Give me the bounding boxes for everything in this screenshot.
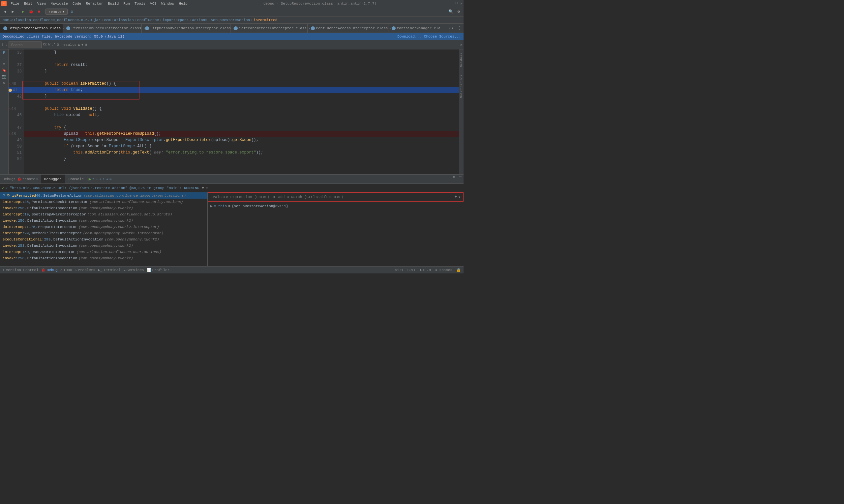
tab-console[interactable]: Console <box>65 175 87 183</box>
run-btn[interactable]: ▶ <box>19 8 27 16</box>
frame-8[interactable]: invoke:253, DefaultActionInvocation (com… <box>0 242 207 249</box>
debug-btn[interactable]: 🐞 <box>28 8 35 16</box>
maximize-btn[interactable]: □ <box>455 1 458 5</box>
bc-class[interactable]: SetupRestoreAction <box>211 18 250 22</box>
tab-permission[interactable]: PermissionCheckInterceptor.class ✕ <box>63 24 142 33</box>
resume-btn[interactable]: ▶ <box>89 176 91 182</box>
tab-http[interactable]: HttpMethodValidationInterceptor.class ✕ <box>142 24 230 33</box>
expand-icon[interactable]: ▶ <box>210 204 213 208</box>
bc-actions[interactable]: actions <box>192 18 207 22</box>
search-case-btn[interactable]: Cc <box>43 43 47 47</box>
structure-icon[interactable]: ≡ <box>3 62 5 66</box>
menu-refactor[interactable]: Refactor <box>84 1 105 6</box>
indent-indicator[interactable]: 4 spaces <box>435 268 452 272</box>
menu-window[interactable]: Window <box>159 1 176 6</box>
download-link[interactable]: Download... <box>397 35 421 38</box>
tab-setup-restore[interactable]: SetupRestoreAction.class ✕ <box>0 24 63 33</box>
bc-method[interactable]: isPermitted <box>254 18 278 22</box>
frame-6[interactable]: intercept:99, MethodFilterInterceptor (c… <box>0 230 207 236</box>
search-everywhere-btn[interactable]: 🔍 <box>447 8 454 16</box>
encoding-indicator[interactable]: UTF-8 <box>420 268 431 272</box>
terminal-btn[interactable]: ▶_ Terminal <box>98 268 121 272</box>
menu-code[interactable]: Code <box>71 1 83 6</box>
search-close-btn[interactable]: ✕ <box>460 42 462 47</box>
search-prev-icon[interactable]: ↑ <box>1 42 4 47</box>
search-regex-btn[interactable]: .* <box>51 43 55 47</box>
edit-configs-btn[interactable]: ⚙ <box>68 8 75 16</box>
step-out-btn[interactable]: ↑ <box>103 177 105 181</box>
project-icon[interactable]: P <box>3 51 5 55</box>
menu-navigate[interactable]: Navigate <box>49 1 70 6</box>
close-btn[interactable]: ✕ <box>460 1 462 5</box>
bc-atlassian[interactable]: atlassian <box>114 18 134 22</box>
search-next-icon[interactable]: ↓ <box>5 42 7 47</box>
menu-help[interactable]: Help <box>177 1 190 6</box>
position-indicator[interactable]: 41:1 <box>395 268 403 272</box>
frame-4[interactable]: invoke:256, DefaultActionInvocation (com… <box>0 217 207 224</box>
todo-btn[interactable]: ✓ TODO <box>60 268 72 272</box>
menu-view[interactable]: View <box>35 1 48 6</box>
bc-jar[interactable]: com.atlassian.confluence_confluence-8.6.… <box>3 18 101 22</box>
tab-safe[interactable]: SafeParametersInterceptor.class ✕ <box>230 24 307 33</box>
profiler-btn[interactable]: 📊 Profiler <box>147 268 170 272</box>
frame-0[interactable]: ⟳ ⟳ isPermitted 40, SetupRestoreAction (… <box>0 192 207 199</box>
frame-2[interactable]: invoke:256, DefaultActionInvocation (com… <box>0 205 207 211</box>
notifications-label[interactable]: Notifications <box>459 74 464 98</box>
camera-icon[interactable]: 📷 <box>2 74 6 79</box>
services-btn[interactable]: ☁ Services <box>123 268 144 272</box>
menu-file[interactable]: File <box>8 1 21 6</box>
remote-dropdown[interactable]: ▾ <box>63 10 65 14</box>
menu-build[interactable]: Build <box>106 1 121 6</box>
bookmarks-icon[interactable]: 🔖 <box>2 68 6 72</box>
menu-vcs[interactable]: VCS <box>148 1 159 6</box>
filter-icon[interactable]: ▼ <box>202 186 204 190</box>
search-word-btn[interactable]: W <box>48 43 50 47</box>
back-btn[interactable]: ◀ <box>1 8 8 16</box>
choose-sources-link[interactable]: Choose Sources... <box>424 35 461 38</box>
tab-container[interactable]: ContainerManager.cla... ✕ <box>389 24 449 33</box>
watch-settings-btn[interactable]: ▾ <box>458 195 461 200</box>
database-label[interactable]: Database <box>459 52 464 68</box>
menu-tools[interactable]: Tools <box>133 1 148 6</box>
debug-session-close[interactable]: × <box>36 177 38 181</box>
tabs-menu[interactable]: ⋮ <box>455 24 464 33</box>
minimize-btn[interactable]: ─ <box>450 1 453 5</box>
search-up-btn[interactable]: ▲ <box>78 43 80 47</box>
bc-com[interactable]: com <box>104 18 111 22</box>
force-step-btn[interactable]: ⇓ <box>99 177 102 181</box>
thread-filter-btn[interactable]: ⊞ <box>206 186 208 190</box>
frame-7[interactable]: executeConditional:299, DefaultActionInv… <box>0 236 207 242</box>
search-wrap-btn[interactable]: ⊞ <box>85 42 87 47</box>
frame-1[interactable]: intercept:85, PermissionCheckInterceptor… <box>0 199 207 205</box>
menu-run[interactable]: Run <box>121 1 132 6</box>
remote-config[interactable]: remote ▾ <box>46 8 68 15</box>
step-into-btn[interactable]: ↓ <box>96 177 98 181</box>
tabs-overflow[interactable]: ▾ <box>449 24 455 33</box>
frame-3[interactable]: intercept:19, BootstrapAwareInterceptor … <box>0 211 207 217</box>
frame-10[interactable]: invoke:256, DefaultActionInvocation (com… <box>0 255 207 261</box>
menu-edit[interactable]: Edit <box>22 1 34 6</box>
settings-btn[interactable]: ⚙ <box>455 8 462 16</box>
search-input[interactable] <box>8 41 41 48</box>
bc-importexport[interactable]: importexport <box>162 18 189 22</box>
tab-confluence-access[interactable]: ConfluenceAccessInterceptor.class ✕ <box>308 24 389 33</box>
line-sep-indicator[interactable]: CRLF <box>408 268 416 272</box>
debug-status-btn[interactable]: 🐞 Debug <box>41 268 58 272</box>
step-over-btn[interactable]: ↷ <box>92 177 94 181</box>
debug-settings-btn[interactable]: ⚙ <box>451 175 457 183</box>
version-control-btn[interactable]: ⬆ Version Control <box>3 268 38 272</box>
stop-btn[interactable]: ■ <box>35 8 42 16</box>
add-watch-btn[interactable]: + <box>455 195 457 199</box>
evaluate-btn[interactable]: ≡ <box>109 177 111 181</box>
search-down-btn[interactable]: ▼ <box>81 43 83 47</box>
forward-btn[interactable]: ▶ <box>9 8 16 16</box>
evaluate-input[interactable] <box>211 195 455 199</box>
frame-9[interactable]: intercept:50, UserAwareInterceptor (com.… <box>0 249 207 255</box>
problems-btn[interactable]: ⚠ Problems <box>75 268 95 272</box>
run-to-cursor-btn[interactable]: ⇥ <box>106 177 108 181</box>
frame-5[interactable]: doIntercept:175, PrepareInterceptor (com… <box>0 224 207 230</box>
bc-confluence[interactable]: confluence <box>137 18 159 22</box>
settings-side-icon[interactable]: ⚙ <box>3 81 5 85</box>
tab-debugger[interactable]: Debugger <box>41 175 65 183</box>
debug-minimize-btn[interactable]: ─ <box>457 175 464 183</box>
